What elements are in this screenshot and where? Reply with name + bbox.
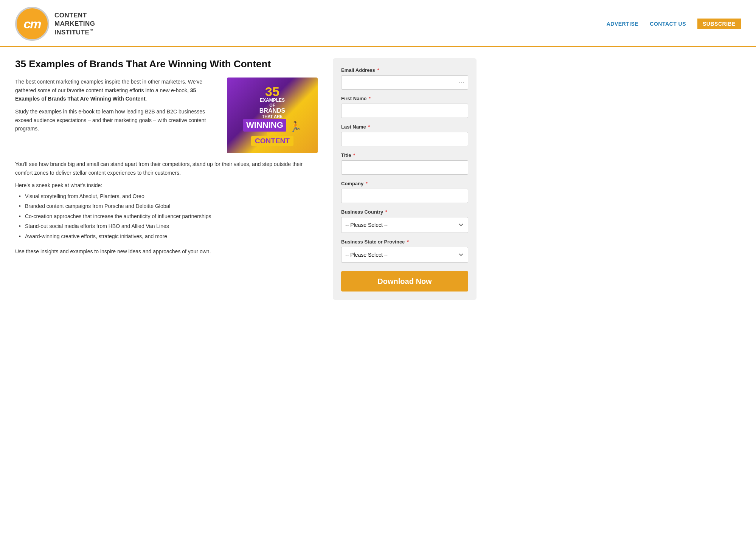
- left-column: 35 Examples of Brands That Are Winning W…: [15, 58, 318, 300]
- contact-link[interactable]: CONTACT US: [650, 21, 686, 27]
- cover-visual-row: WINNING 🏃: [243, 119, 301, 132]
- logo-cm-text: cm: [23, 17, 40, 31]
- cover-examples: EXAMPLES: [260, 98, 285, 103]
- email-required: *: [376, 67, 379, 73]
- country-required: *: [384, 209, 387, 215]
- state-field-group: Business State or Province * -- Please S…: [341, 239, 468, 263]
- firstname-required: *: [367, 96, 371, 101]
- logo-area: cm CONTENTMARKETINGINSTITUTE™: [15, 7, 95, 41]
- firstname-input[interactable]: [341, 104, 468, 118]
- cover-number: 35: [265, 85, 279, 98]
- email-field-group: Email Address * ⋯: [341, 67, 468, 90]
- state-label: Business State or Province *: [341, 239, 468, 245]
- title-required: *: [352, 152, 355, 158]
- country-field-group: Business Country * -- Please Select --: [341, 209, 468, 233]
- cover-winning: WINNING: [246, 120, 283, 130]
- title-input[interactable]: [341, 160, 468, 175]
- firstname-label: First Name *: [341, 96, 468, 101]
- intro-paragraph-2: Study the examples in this e-book to lea…: [15, 107, 218, 133]
- lastname-label: Last Name *: [341, 124, 468, 130]
- state-required: *: [405, 239, 409, 245]
- cover-of: OF: [269, 103, 275, 107]
- title-label: Title *: [341, 152, 468, 158]
- download-form: Email Address * ⋯ First Name * Last Name…: [333, 58, 477, 300]
- logo-icon: cm: [15, 7, 49, 41]
- advertise-link[interactable]: ADVERTISE: [607, 21, 639, 27]
- state-select[interactable]: -- Please Select --: [341, 247, 468, 263]
- lastname-required: *: [367, 124, 370, 130]
- email-label: Email Address *: [341, 67, 468, 73]
- email-input-wrapper: ⋯: [341, 75, 468, 90]
- email-icon: ⋯: [458, 79, 464, 86]
- company-required: *: [364, 181, 368, 186]
- cover-with: WITH: [267, 132, 278, 136]
- list-item: Branded content campaigns from Porsche a…: [19, 202, 318, 210]
- body-paragraph-3: You'll see how brands big and small can …: [15, 160, 318, 177]
- email-input[interactable]: [341, 75, 468, 90]
- bullet-list: Visual storytelling from Absolut, Plante…: [15, 192, 318, 240]
- ebook-title-inline: 35 Examples of Brands That Are Winning W…: [15, 87, 196, 102]
- company-label: Company *: [341, 181, 468, 186]
- nav-links: ADVERTISE CONTACT US SUBSCRIBE: [607, 19, 741, 29]
- country-label: Business Country *: [341, 209, 468, 215]
- closing-paragraph: Use these insights and examples to inspi…: [15, 247, 318, 256]
- cover-figure: 🏃: [289, 122, 301, 132]
- cover-content: CONTENT: [255, 137, 290, 145]
- download-button[interactable]: Download Now: [341, 271, 468, 292]
- intro-paragraph-1: The best content marketing examples insp…: [15, 78, 218, 103]
- list-item: Co-creation approaches that increase the…: [19, 212, 318, 220]
- site-header: cm CONTENTMARKETINGINSTITUTE™ ADVERTISE …: [0, 0, 756, 47]
- lastname-input[interactable]: [341, 132, 468, 146]
- subscribe-button[interactable]: SUBSCRIBE: [697, 19, 741, 29]
- cover-brands: BRANDS: [259, 107, 285, 114]
- intro-text-block: The best content marketing examples insp…: [15, 78, 218, 153]
- list-item: Stand-out social media efforts from HBO …: [19, 222, 318, 230]
- cover-winning-box: WINNING: [243, 119, 286, 132]
- logo-text: CONTENTMARKETINGINSTITUTE™: [54, 11, 95, 37]
- content-area: The best content marketing examples insp…: [15, 78, 318, 153]
- list-item: Visual storytelling from Absolut, Plante…: [19, 192, 318, 200]
- list-item: Award-winning creative efforts, strategi…: [19, 232, 318, 240]
- cover-that-are: THAT ARE: [262, 114, 283, 119]
- lastname-field-group: Last Name *: [341, 124, 468, 146]
- country-select[interactable]: -- Please Select --: [341, 217, 468, 233]
- page-title: 35 Examples of Brands That Are Winning W…: [15, 58, 318, 70]
- firstname-field-group: First Name *: [341, 96, 468, 118]
- cover-content-box: CONTENT: [251, 136, 293, 146]
- sneak-peek-heading: Here's a sneak peek at what's inside:: [15, 182, 318, 188]
- title-field-group: Title *: [341, 152, 468, 175]
- company-input[interactable]: [341, 189, 468, 203]
- book-cover-image: 35 EXAMPLES OF BRANDS THAT ARE WINNING 🏃…: [227, 78, 318, 153]
- company-field-group: Company *: [341, 181, 468, 203]
- right-column: Email Address * ⋯ First Name * Last Name…: [333, 58, 477, 300]
- main-content: 35 Examples of Brands That Are Winning W…: [0, 47, 492, 315]
